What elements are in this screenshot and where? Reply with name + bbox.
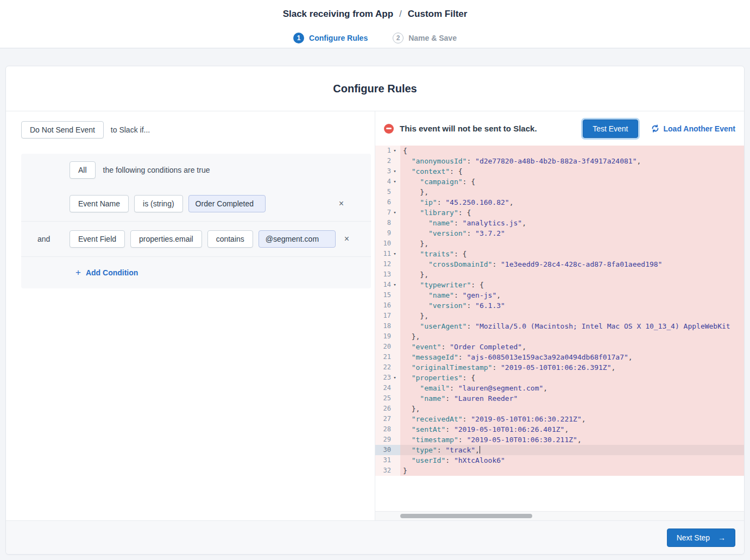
condition-value-input[interactable] — [259, 230, 336, 248]
fold-arrow-icon[interactable]: ▾ — [392, 207, 398, 218]
editor-line: 18▾ "userAgent": "Mozilla/5.0 (Macintosh… — [375, 321, 744, 331]
preview-header: This event will not be sent to Slack. Te… — [375, 111, 744, 146]
code-line[interactable]: "version": "6.1.3" — [400, 300, 744, 311]
step-1-circle: 1 — [293, 33, 304, 43]
editor-line: 5▾ }, — [375, 187, 744, 197]
code-line[interactable]: { — [400, 146, 744, 156]
json-editor[interactable]: 1▾{2▾ "anonymousId": "d2e77820-a48b-4b2b… — [375, 146, 744, 520]
line-number: 10▾ — [375, 238, 400, 249]
add-condition-row: + Add Condition — [21, 256, 371, 288]
code-line[interactable]: "anonymousId": "d2e77820-a48b-4b2b-882a-… — [400, 156, 744, 166]
code-line[interactable]: "type": "track", — [400, 445, 744, 455]
code-line[interactable]: "name": "gen-js", — [400, 290, 744, 300]
code-line[interactable]: "originalTimestamp": "2019-05-10T01:06:2… — [400, 362, 744, 373]
next-step-button[interactable]: Next Step → — [667, 528, 735, 547]
code-line[interactable]: }, — [400, 311, 744, 321]
editor-line: 31▾ "userId": "hXtcAlook6" — [375, 455, 744, 465]
code-line[interactable]: "typewriter": { — [400, 280, 744, 290]
condition-selector-button[interactable]: is (string) — [134, 195, 183, 212]
code-line[interactable]: "event": "Order Completed", — [400, 342, 744, 352]
editor-line: 29▾ "timestamp": "2019-05-10T01:06:30.21… — [375, 435, 744, 445]
code-line[interactable]: "sentAt": "2019-05-10T01:06:26.401Z", — [400, 424, 744, 435]
status-message: This event will not be sent to Slack. — [400, 124, 537, 133]
editor-line: 11▾ "traits": { — [375, 249, 744, 259]
condition-selector-button[interactable]: Event Name — [70, 195, 129, 212]
condition-selector-button[interactable]: contains — [207, 230, 253, 248]
fold-arrow-icon[interactable]: ▾ — [392, 373, 398, 383]
add-condition-label: Add Condition — [86, 268, 138, 277]
text-cursor — [480, 446, 481, 454]
line-number: 11▾ — [375, 249, 400, 259]
filter-action-row: Do Not Send Event to Slack if... — [21, 121, 375, 139]
code-line[interactable]: "version": "3.7.2" — [400, 228, 744, 238]
code-line[interactable]: "library": { — [400, 207, 744, 218]
load-another-event-link[interactable]: Load Another Event — [651, 124, 736, 133]
code-line[interactable]: "messageId": "ajs-6085013e159ac3a92a0494… — [400, 352, 744, 362]
code-line[interactable]: "campaign": { — [400, 177, 744, 187]
code-line[interactable]: "name": "Lauren Reeder" — [400, 393, 744, 404]
operator-button[interactable]: All — [70, 161, 96, 179]
configure-rules-card: Configure Rules Do Not Send Event to Sla… — [5, 66, 745, 555]
condition-list: Event Nameis (string)×andEvent Fieldprop… — [21, 186, 371, 256]
line-number: 21▾ — [375, 352, 400, 362]
editor-line: 32▾} — [375, 465, 744, 476]
editor-line: 26▾ }, — [375, 404, 744, 414]
line-number: 8▾ — [375, 218, 400, 228]
step-configure-rules[interactable]: 1 Configure Rules — [293, 33, 368, 43]
condition-selector-button[interactable]: properties.email — [130, 230, 202, 248]
add-condition-button[interactable]: + Add Condition — [75, 268, 138, 277]
fold-arrow-icon[interactable]: ▾ — [392, 166, 398, 177]
code-line[interactable]: }, — [400, 187, 744, 197]
fold-arrow-icon[interactable]: ▾ — [392, 177, 398, 187]
code-line[interactable]: "context": { — [400, 166, 744, 177]
fold-arrow-icon[interactable]: ▾ — [392, 146, 398, 156]
test-event-button[interactable]: Test Event — [583, 119, 638, 138]
send-action-button[interactable]: Do Not Send Event — [21, 121, 104, 139]
editor-line: 22▾ "originalTimestamp": "2019-05-10T01:… — [375, 362, 744, 373]
code-line[interactable]: }, — [400, 404, 744, 414]
code-line[interactable]: "crossDomainId": "1e3eedd9-28c4-428c-ad8… — [400, 259, 744, 269]
rules-pane: Do Not Send Event to Slack if... All the… — [6, 111, 375, 520]
condition-value-input[interactable] — [188, 195, 266, 212]
code-line[interactable]: }, — [400, 331, 744, 342]
code-line[interactable]: }, — [400, 238, 744, 249]
line-number: 26▾ — [375, 404, 400, 414]
code-line[interactable]: "name": "analytics.js", — [400, 218, 744, 228]
remove-condition-button[interactable]: × — [341, 232, 352, 246]
code-line[interactable]: }, — [400, 269, 744, 280]
line-number: 18▾ — [375, 321, 400, 331]
load-another-event-label: Load Another Event — [664, 124, 736, 133]
condition-selector-button[interactable]: Event Field — [70, 230, 125, 248]
remove-condition-button[interactable]: × — [336, 197, 347, 210]
line-number: 29▾ — [375, 435, 400, 445]
breadcrumb-source[interactable]: Slack receiving from App — [283, 9, 393, 19]
code-line[interactable]: "ip": "45.250.160.82", — [400, 197, 744, 207]
step-name-save[interactable]: 2 Name & Save — [393, 33, 457, 43]
step-2-circle: 2 — [393, 33, 404, 43]
fold-arrow-icon[interactable]: ▾ — [392, 249, 398, 259]
line-number: 23▾ — [375, 373, 400, 383]
code-line[interactable]: } — [400, 465, 744, 476]
condition-row: andEvent Fieldproperties.emailcontains× — [21, 221, 371, 256]
line-number: 13▾ — [375, 269, 400, 280]
editor-line: 12▾ "crossDomainId": "1e3eedd9-28c4-428c… — [375, 259, 744, 269]
line-number: 6▾ — [375, 197, 400, 207]
editor-line: 23▾ "properties": { — [375, 373, 744, 383]
line-number: 24▾ — [375, 383, 400, 393]
editor-line: 30▾ "type": "track", — [375, 445, 744, 455]
editor-line: 9▾ "version": "3.7.2" — [375, 228, 744, 238]
preview-pane: This event will not be sent to Slack. Te… — [375, 111, 744, 520]
scrollbar-thumb[interactable] — [400, 514, 532, 518]
condition-row: Event Nameis (string)× — [21, 186, 371, 221]
code-line[interactable]: "userId": "hXtcAlook6" — [400, 455, 744, 465]
code-line[interactable]: "email": "lauren@segment.com", — [400, 383, 744, 393]
editor-line: 16▾ "version": "6.1.3" — [375, 300, 744, 311]
code-line[interactable]: "properties": { — [400, 373, 744, 383]
code-line[interactable]: "traits": { — [400, 249, 744, 259]
page-title: Configure Rules — [333, 83, 417, 95]
code-line[interactable]: "timestamp": "2019-05-10T01:06:30.211Z", — [400, 435, 744, 445]
code-line[interactable]: "receivedAt": "2019-05-10T01:06:30.221Z"… — [400, 414, 744, 424]
fold-arrow-icon[interactable]: ▾ — [392, 280, 398, 290]
code-line[interactable]: "userAgent": "Mozilla/5.0 (Macintosh; In… — [400, 321, 744, 331]
line-number: 5▾ — [375, 187, 400, 197]
